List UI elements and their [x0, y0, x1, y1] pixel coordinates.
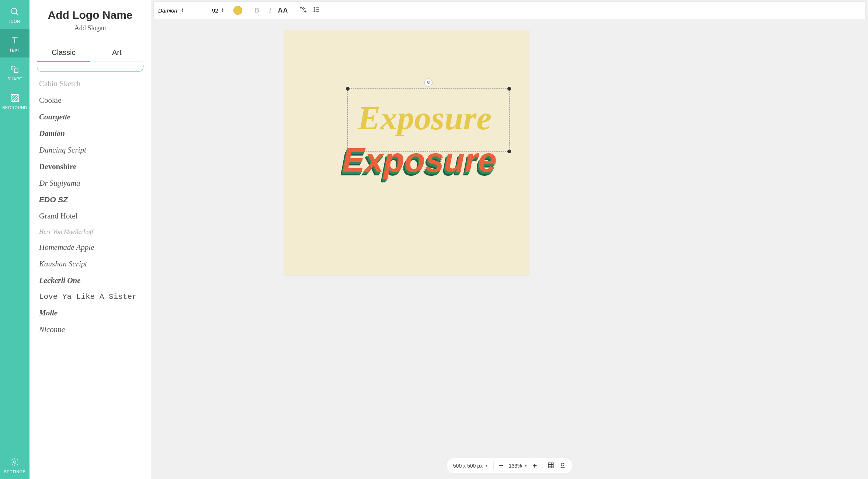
effects-button[interactable]: [298, 5, 309, 16]
tab-classic[interactable]: Classic: [37, 45, 90, 62]
svg-line-9: [16, 99, 18, 102]
svg-line-1: [16, 13, 18, 15]
font-option[interactable]: Love Ya Like A Sister: [39, 289, 141, 305]
font-option[interactable]: Molle: [39, 305, 141, 321]
resize-handle-ne[interactable]: [507, 87, 511, 91]
uppercase-button[interactable]: AA: [278, 5, 288, 16]
font-option[interactable]: Leckerli One: [39, 272, 141, 289]
font-option[interactable]: Kaushan Script: [39, 256, 141, 272]
sparkle-icon: [299, 6, 307, 15]
line-spacing-icon: [313, 6, 320, 15]
sidebar-item-icon[interactable]: ICON: [0, 0, 29, 29]
font-option[interactable]: Damion: [39, 125, 141, 142]
font-option[interactable]: EDO SZ: [39, 192, 141, 208]
font-option[interactable]: Dr Sugiyama: [39, 175, 141, 192]
artboard[interactable]: ↻ Exposure Exposure Exposure Exposure: [284, 30, 529, 275]
sidebar-label: BKGROUND: [2, 105, 27, 110]
canvas-area: Damion ▲▼ 92 ▲▼ B I AA: [151, 0, 868, 479]
rotate-handle[interactable]: ↻: [424, 78, 433, 87]
baseline-icon: [559, 462, 566, 470]
sidebar-label: ICON: [9, 19, 20, 24]
sidebar-item-shape[interactable]: SHAPE: [0, 57, 29, 86]
resize-handle-se[interactable]: [507, 150, 511, 153]
zoom-value: 133%: [509, 463, 522, 469]
svg-point-11: [561, 463, 564, 466]
canvas-size-select[interactable]: 500 x 500 px ▼: [453, 463, 488, 469]
spacing-button[interactable]: [311, 5, 322, 16]
sidebar-item-text[interactable]: TEXT: [0, 29, 29, 57]
text-color-swatch[interactable]: [233, 6, 242, 15]
sidebar-item-background[interactable]: BKGROUND: [0, 86, 29, 115]
font-option[interactable]: Devonshire: [39, 158, 141, 175]
font-option[interactable]: Homemade Apple: [39, 239, 141, 256]
baseline-toggle-button[interactable]: [559, 462, 566, 470]
font-size-stepper[interactable]: 92 ▲▼: [212, 7, 224, 14]
canvas-text-bottom[interactable]: Exposure Exposure Exposure: [342, 141, 497, 181]
tab-art[interactable]: Art: [90, 45, 144, 62]
text-toolbar: Damion ▲▼ 92 ▲▼ B I AA: [153, 1, 866, 19]
add-slogan-heading[interactable]: Add Slogan: [37, 24, 143, 32]
resize-handle-nw[interactable]: [346, 87, 350, 91]
font-search-decoration: [37, 65, 143, 72]
grid-toggle-button[interactable]: [548, 462, 554, 470]
grid-icon: [548, 462, 554, 470]
font-option[interactable]: Cookie: [39, 92, 141, 109]
font-size-value: 92: [212, 7, 218, 14]
font-tabs: Classic Art: [37, 45, 143, 62]
svg-point-10: [14, 461, 16, 464]
svg-point-0: [11, 8, 17, 14]
canvas-text-top[interactable]: Exposure: [358, 98, 492, 137]
font-option[interactable]: Dancing Script: [39, 142, 141, 158]
font-family-value: Damion: [158, 7, 177, 14]
background-icon: [10, 93, 20, 103]
font-family-select[interactable]: Damion ▲▼: [158, 7, 210, 14]
add-logo-name-heading[interactable]: Add Logo Name: [37, 9, 143, 21]
font-option[interactable]: Grand Hotel: [39, 208, 141, 224]
chevron-down-icon: ▼: [485, 464, 488, 468]
stepper-icon: ▲▼: [181, 8, 184, 13]
italic-button[interactable]: I: [265, 5, 276, 16]
canvas-size-value: 500 x 500 px: [453, 463, 483, 469]
chevron-down-icon: ▼: [524, 464, 528, 468]
svg-line-8: [14, 97, 18, 102]
sidebar-label: SETTINGS: [4, 469, 25, 474]
svg-line-6: [11, 94, 16, 99]
zoom-in-button[interactable]: +: [533, 462, 537, 470]
sidebar-label: TEXT: [9, 48, 20, 52]
font-option[interactable]: Cabin Sketch: [39, 76, 141, 92]
text-icon: [10, 35, 20, 46]
shape-icon: [10, 64, 20, 74]
text-panel: Add Logo Name Add Slogan Classic Art Cab…: [29, 0, 151, 479]
svg-line-5: [11, 94, 14, 97]
stepper-icon: ▲▼: [221, 8, 224, 13]
canvas-viewport[interactable]: ↻ Exposure Exposure Exposure Exposure: [151, 19, 868, 479]
bold-button[interactable]: B: [251, 5, 263, 16]
rotate-icon: ↻: [427, 80, 430, 85]
font-option[interactable]: Niconne: [39, 321, 141, 338]
font-option[interactable]: Courgette: [39, 109, 141, 125]
zoom-select[interactable]: 133% ▼: [509, 463, 528, 469]
sidebar-item-settings[interactable]: SETTINGS: [0, 450, 29, 479]
sidebar-label: SHAPE: [7, 77, 22, 81]
search-icon: [10, 7, 20, 17]
font-list[interactable]: Cabin Sketch Cookie Courgette Damion Dan…: [29, 73, 151, 479]
gear-icon: [10, 457, 20, 467]
sidebar: ICON TEXT SHAPE BKGROUND SETTINGS: [0, 0, 29, 479]
font-option[interactable]: Herr Von Muellerhoff: [39, 224, 141, 239]
zoom-bar: 500 x 500 px ▼ − 133% ▼ +: [446, 458, 573, 474]
zoom-out-button[interactable]: −: [499, 461, 504, 471]
